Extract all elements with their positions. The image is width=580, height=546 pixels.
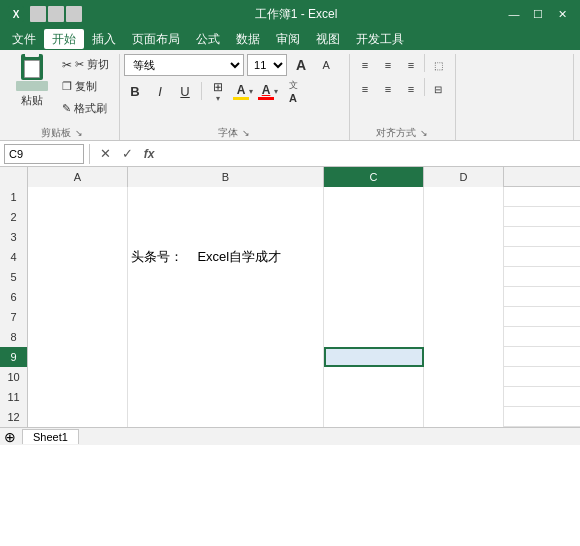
name-box[interactable] — [4, 144, 84, 164]
cell-c12[interactable] — [324, 407, 424, 427]
col-header-a[interactable]: A — [28, 167, 128, 187]
menu-home[interactable]: 开始 — [44, 29, 84, 49]
cell-b9[interactable] — [128, 347, 324, 367]
cell-b7[interactable] — [128, 307, 324, 327]
cell-a3[interactable] — [28, 227, 128, 247]
cell-d7[interactable] — [424, 307, 504, 327]
cell-b10[interactable] — [128, 367, 324, 387]
cell-b4[interactable]: 头条号： Excel自学成才 — [128, 247, 324, 267]
cell-d9[interactable] — [424, 347, 504, 367]
cell-a7[interactable] — [28, 307, 128, 327]
cell-b11[interactable] — [128, 387, 324, 407]
add-sheet-button[interactable]: ⊕ — [4, 429, 16, 445]
wrap-text-button[interactable]: ⬚ — [427, 54, 449, 76]
insert-function-button[interactable]: fx — [139, 144, 159, 164]
format-painter-button[interactable]: ✎ 格式刷 — [58, 98, 113, 119]
cell-c7[interactable] — [324, 307, 424, 327]
close-button[interactable]: ✕ — [552, 6, 572, 22]
phonetic-button[interactable]: 文 A — [282, 80, 304, 102]
decrease-font-button[interactable]: A — [315, 54, 337, 76]
cell-b8[interactable] — [128, 327, 324, 347]
cell-d6[interactable] — [424, 287, 504, 307]
cell-a11[interactable] — [28, 387, 128, 407]
clipboard-expand-icon[interactable]: ↘ — [75, 128, 83, 138]
cell-a10[interactable] — [28, 367, 128, 387]
cell-c2[interactable] — [324, 207, 424, 227]
fill-color-button[interactable]: A ▾ — [232, 80, 254, 102]
cell-b12[interactable] — [128, 407, 324, 427]
cell-c3[interactable] — [324, 227, 424, 247]
font-color-button[interactable]: A ▾ — [257, 80, 279, 102]
bold-button[interactable]: B — [124, 80, 146, 102]
align-top-button[interactable]: ≡ — [354, 54, 376, 76]
maximize-button[interactable]: ☐ — [528, 6, 548, 22]
formula-input[interactable] — [161, 144, 576, 164]
align-center-button[interactable]: ≡ — [377, 78, 399, 100]
confirm-formula-button[interactable]: ✓ — [117, 144, 137, 164]
cell-c4[interactable] — [324, 247, 424, 267]
cell-c11[interactable] — [324, 387, 424, 407]
cell-b5[interactable] — [128, 267, 324, 287]
select-all-button[interactable] — [0, 167, 28, 187]
cell-a5[interactable] — [28, 267, 128, 287]
cell-a4[interactable] — [28, 247, 128, 267]
cell-b6[interactable] — [128, 287, 324, 307]
cell-c1[interactable] — [324, 187, 424, 207]
align-left-button[interactable]: ≡ — [354, 78, 376, 100]
cell-b3[interactable] — [128, 227, 324, 247]
cell-a6[interactable] — [28, 287, 128, 307]
col-header-b[interactable]: B — [128, 167, 324, 187]
align-middle-button[interactable]: ≡ — [377, 54, 399, 76]
cell-c6[interactable] — [324, 287, 424, 307]
font-expand-icon[interactable]: ↘ — [242, 128, 250, 138]
cell-d5[interactable] — [424, 267, 504, 287]
menu-insert[interactable]: 插入 — [84, 29, 124, 49]
align-bottom-button[interactable]: ≡ — [400, 54, 422, 76]
underline-button[interactable]: U — [174, 80, 196, 102]
cell-d12[interactable] — [424, 407, 504, 427]
paste-label: 粘贴 — [21, 93, 43, 108]
menu-view[interactable]: 视图 — [308, 29, 348, 49]
cell-d4[interactable] — [424, 247, 504, 267]
cell-d11[interactable] — [424, 387, 504, 407]
menu-pagelayout[interactable]: 页面布局 — [124, 29, 188, 49]
cancel-formula-button[interactable]: ✕ — [95, 144, 115, 164]
cell-c8[interactable] — [324, 327, 424, 347]
cell-a9[interactable] — [28, 347, 128, 367]
cell-a12[interactable] — [28, 407, 128, 427]
font-name-select[interactable]: 等线 — [124, 54, 244, 76]
cell-d10[interactable] — [424, 367, 504, 387]
menu-developer[interactable]: 开发工具 — [348, 29, 412, 49]
cell-d3[interactable] — [424, 227, 504, 247]
menu-review[interactable]: 审阅 — [268, 29, 308, 49]
cell-c10[interactable] — [324, 367, 424, 387]
increase-font-button[interactable]: A — [290, 54, 312, 76]
font-size-select[interactable]: 11 — [247, 54, 287, 76]
align-right-button[interactable]: ≡ — [400, 78, 422, 100]
cell-a2[interactable] — [28, 207, 128, 227]
italic-button[interactable]: I — [149, 80, 171, 102]
sheet-tab-1[interactable]: Sheet1 — [22, 429, 79, 444]
window-controls[interactable]: — ☐ ✕ — [504, 6, 572, 22]
menu-data[interactable]: 数据 — [228, 29, 268, 49]
col-header-c[interactable]: C — [324, 167, 424, 187]
menu-formulas[interactable]: 公式 — [188, 29, 228, 49]
cell-d1[interactable] — [424, 187, 504, 207]
paste-button[interactable]: 粘贴 — [10, 54, 54, 108]
col-header-d[interactable]: D — [424, 167, 504, 187]
merge-button[interactable]: ⊟ — [427, 78, 449, 100]
cell-c9-selected[interactable] — [324, 347, 424, 367]
cell-d8[interactable] — [424, 327, 504, 347]
cell-c5[interactable] — [324, 267, 424, 287]
cut-button[interactable]: ✂ ✂ 剪切 — [58, 54, 113, 75]
menu-file[interactable]: 文件 — [4, 29, 44, 49]
cell-a8[interactable] — [28, 327, 128, 347]
cell-b1[interactable] — [128, 187, 324, 207]
minimize-button[interactable]: — — [504, 6, 524, 22]
cell-d2[interactable] — [424, 207, 504, 227]
cell-b2[interactable] — [128, 207, 324, 227]
copy-button[interactable]: ❐ 复制 — [58, 76, 113, 97]
cell-a1[interactable] — [28, 187, 128, 207]
border-button[interactable]: ⊞ ▾ — [207, 80, 229, 102]
alignment-expand-icon[interactable]: ↘ — [420, 128, 428, 138]
